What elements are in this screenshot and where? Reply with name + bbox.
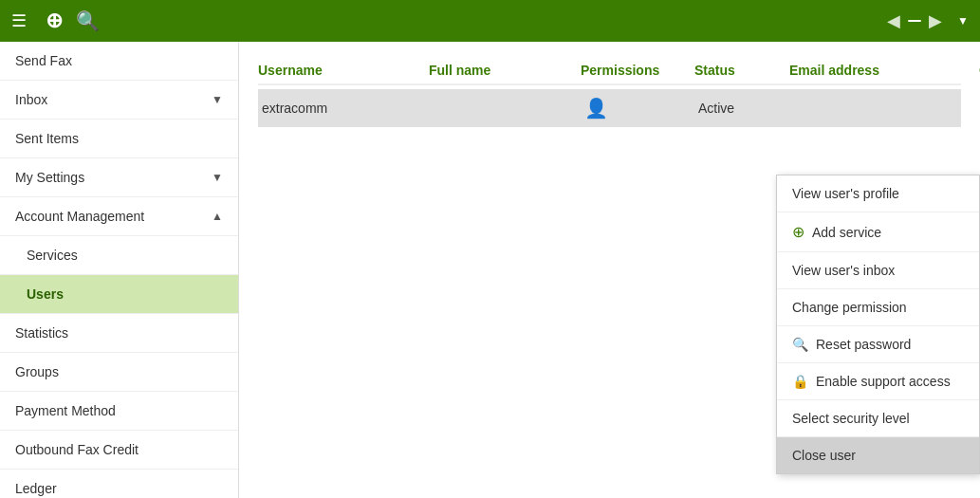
sidebar-item-groups[interactable]: Groups	[0, 353, 238, 392]
cell-status: Active	[694, 101, 789, 116]
sidebar-item-sent-items[interactable]: Sent Items	[0, 120, 238, 158]
col-fullname: Full name	[429, 63, 581, 78]
sidebar-item-label-services: Services	[27, 248, 78, 263]
header-left: ☰ ⊕ 🔍	[11, 9, 887, 33]
menu-item-select-security[interactable]: Select security level	[777, 400, 979, 437]
context-menu: View user's profile ⊕ Add service View u…	[776, 175, 980, 474]
col-permissions: Permissions	[581, 63, 694, 78]
sidebar-item-send-fax[interactable]: Send Fax	[0, 42, 238, 81]
sidebar-item-account-management[interactable]: Account Management▲	[0, 197, 238, 236]
header-icons: ⊕ 🔍	[46, 9, 100, 33]
chevron-up-icon: ▲	[212, 210, 223, 223]
sidebar-item-payment-method[interactable]: Payment Method	[0, 392, 238, 431]
header-right: ◀ ▶ ▼	[887, 10, 969, 31]
view-profile-label: View user's profile	[792, 186, 899, 201]
permissions-icon: 👤	[584, 98, 608, 119]
sidebar-item-inbox[interactable]: Inbox▼	[0, 81, 238, 120]
menu-item-add-service[interactable]: ⊕ Add service	[777, 212, 979, 252]
chevron-down-icon: ▼	[212, 93, 223, 106]
sidebar: Send FaxInbox▼Sent ItemsMy Settings▼Acco…	[0, 42, 239, 498]
user-dropdown-icon[interactable]: ▼	[957, 14, 969, 28]
sidebar-item-label-statistics: Statistics	[15, 325, 68, 341]
reset-password-label: Reset password	[816, 337, 911, 352]
page-number	[908, 20, 921, 22]
search-icon[interactable]: 🔍	[76, 9, 100, 32]
menu-item-view-inbox[interactable]: View user's inbox	[777, 252, 979, 289]
sidebar-item-outbound-fax-credit[interactable]: Outbound Fax Credit	[0, 431, 238, 470]
sidebar-item-label-groups: Groups	[15, 364, 59, 379]
sidebar-item-services[interactable]: Services	[0, 236, 238, 275]
content-area: Username Full name Permissions Status Em…	[239, 42, 980, 498]
add-service-label: Add service	[812, 225, 881, 240]
sidebar-item-label-my-settings: My Settings	[15, 170, 84, 185]
menu-item-view-profile[interactable]: View user's profile	[777, 175, 979, 212]
view-inbox-label: View user's inbox	[792, 263, 895, 278]
table-header: Username Full name Permissions Status Em…	[258, 57, 961, 85]
reset-password-icon: 🔍	[792, 337, 808, 352]
sidebar-item-label-ledger: Ledger	[15, 481, 57, 496]
chevron-down-icon: ▼	[212, 171, 223, 184]
menu-item-close-user[interactable]: Close user	[777, 437, 979, 473]
sidebar-item-label-users: Users	[27, 286, 64, 302]
enable-support-label: Enable support access	[816, 374, 951, 389]
menu-item-change-permission[interactable]: Change permission	[777, 289, 979, 326]
menu-icon[interactable]: ☰	[11, 10, 27, 31]
sidebar-item-label-outbound-fax-credit: Outbound Fax Credit	[15, 442, 139, 457]
sidebar-item-my-settings[interactable]: My Settings▼	[0, 158, 238, 197]
sidebar-item-label-inbox: Inbox	[15, 92, 47, 107]
prev-page-button[interactable]: ◀	[887, 10, 900, 31]
sidebar-item-label-send-fax: Send Fax	[15, 53, 72, 68]
sidebar-item-label-sent-items: Sent Items	[15, 131, 79, 146]
sidebar-item-users[interactable]: Users	[0, 275, 238, 314]
close-user-label: Close user	[792, 448, 856, 463]
sidebar-item-ledger[interactable]: Ledger	[0, 470, 238, 498]
menu-item-enable-support[interactable]: 🔒 Enable support access	[777, 363, 979, 400]
cell-username: extracomm	[258, 101, 429, 116]
add-service-icon: ⊕	[792, 223, 804, 241]
sidebar-item-label-account-management: Account Management	[15, 209, 144, 224]
change-permission-label: Change permission	[792, 300, 907, 315]
enable-support-icon: 🔒	[792, 374, 808, 389]
menu-item-reset-password[interactable]: 🔍 Reset password	[777, 326, 979, 363]
col-email: Email address	[789, 63, 979, 78]
sidebar-item-statistics[interactable]: Statistics	[0, 314, 238, 353]
add-icon[interactable]: ⊕	[46, 9, 63, 33]
main-layout: Send FaxInbox▼Sent ItemsMy Settings▼Acco…	[0, 42, 980, 498]
col-status: Status	[694, 63, 789, 78]
col-username: Username	[258, 63, 429, 78]
header: ☰ ⊕ 🔍 ◀ ▶ ▼	[0, 0, 980, 42]
table-row: extracomm 👤 Active 6/7/2019 ⋮	[258, 89, 961, 127]
select-security-label: Select security level	[792, 411, 910, 426]
sidebar-item-label-payment-method: Payment Method	[15, 403, 116, 418]
next-page-button[interactable]: ▶	[929, 10, 942, 31]
cell-permissions: 👤	[581, 97, 694, 120]
